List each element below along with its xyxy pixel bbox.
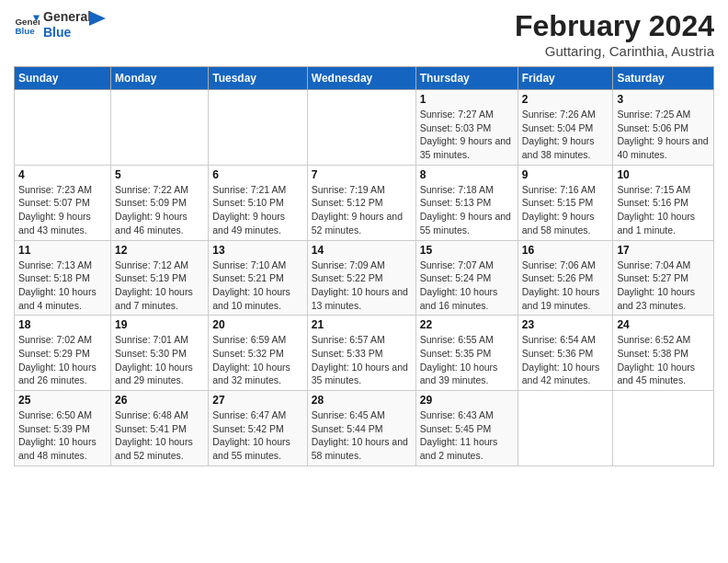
calendar-cell: 23Sunrise: 6:54 AM Sunset: 5:36 PM Dayli… <box>518 316 613 391</box>
day-detail: Sunrise: 7:26 AM Sunset: 5:04 PM Dayligh… <box>522 108 609 162</box>
page-subtitle: Guttaring, Carinthia, Austria <box>515 43 714 59</box>
day-number: 1 <box>420 93 514 106</box>
calendar-cell: 8Sunrise: 7:18 AM Sunset: 5:13 PM Daylig… <box>415 165 518 240</box>
day-detail: Sunrise: 6:45 AM Sunset: 5:44 PM Dayligh… <box>312 408 412 463</box>
calendar-header-friday: Friday <box>518 67 613 90</box>
day-number: 28 <box>312 394 412 407</box>
svg-text:Blue: Blue <box>15 26 35 36</box>
day-detail: Sunrise: 6:57 AM Sunset: 5:33 PM Dayligh… <box>312 333 412 387</box>
calendar-cell: 28Sunrise: 6:45 AM Sunset: 5:44 PM Dayli… <box>307 391 415 466</box>
day-detail: Sunrise: 6:48 AM Sunset: 5:41 PM Dayligh… <box>115 408 204 463</box>
calendar-cell: 27Sunrise: 6:47 AM Sunset: 5:42 PM Dayli… <box>209 391 308 466</box>
calendar-cell: 6Sunrise: 7:21 AM Sunset: 5:10 PM Daylig… <box>209 165 308 240</box>
day-number: 26 <box>115 394 204 407</box>
calendar-week-row: 11Sunrise: 7:13 AM Sunset: 5:18 PM Dayli… <box>15 240 714 316</box>
day-number: 3 <box>617 93 710 106</box>
day-detail: Sunrise: 7:07 AM Sunset: 5:24 PM Dayligh… <box>420 259 514 313</box>
day-number: 29 <box>420 394 514 407</box>
day-number: 23 <box>522 318 609 331</box>
logo-flag-icon <box>89 11 106 31</box>
day-detail: Sunrise: 7:25 AM Sunset: 5:06 PM Dayligh… <box>617 108 710 162</box>
day-detail: Sunrise: 6:52 AM Sunset: 5:38 PM Dayligh… <box>617 333 710 387</box>
day-number: 25 <box>18 394 107 407</box>
day-detail: Sunrise: 7:02 AM Sunset: 5:29 PM Dayligh… <box>18 333 107 387</box>
day-detail: Sunrise: 7:16 AM Sunset: 5:15 PM Dayligh… <box>522 183 609 237</box>
calendar-cell: 10Sunrise: 7:15 AM Sunset: 5:16 PM Dayli… <box>613 165 714 240</box>
calendar-header-saturday: Saturday <box>613 67 714 90</box>
calendar-cell: 12Sunrise: 7:12 AM Sunset: 5:19 PM Dayli… <box>111 240 209 316</box>
calendar-cell: 16Sunrise: 7:06 AM Sunset: 5:26 PM Dayli… <box>518 240 613 316</box>
calendar-cell: 4Sunrise: 7:23 AM Sunset: 5:07 PM Daylig… <box>15 165 111 240</box>
logo-text-blue: Blue <box>43 25 91 40</box>
day-number: 24 <box>617 318 710 331</box>
day-number: 6 <box>212 168 303 181</box>
day-detail: Sunrise: 6:54 AM Sunset: 5:36 PM Dayligh… <box>522 333 609 387</box>
calendar-header-thursday: Thursday <box>415 67 518 90</box>
header: General Blue General Blue February 2024 … <box>14 9 714 59</box>
calendar-cell <box>518 391 613 466</box>
day-number: 12 <box>115 244 204 257</box>
day-number: 27 <box>212 394 303 407</box>
day-detail: Sunrise: 6:59 AM Sunset: 5:32 PM Dayligh… <box>212 333 303 387</box>
day-number: 18 <box>18 318 107 331</box>
day-number: 17 <box>617 244 710 257</box>
svg-marker-3 <box>89 11 106 26</box>
day-detail: Sunrise: 6:43 AM Sunset: 5:45 PM Dayligh… <box>420 408 514 463</box>
day-detail: Sunrise: 7:10 AM Sunset: 5:21 PM Dayligh… <box>212 259 303 313</box>
day-detail: Sunrise: 7:01 AM Sunset: 5:30 PM Dayligh… <box>115 333 204 387</box>
day-detail: Sunrise: 7:22 AM Sunset: 5:09 PM Dayligh… <box>115 183 204 237</box>
day-detail: Sunrise: 6:50 AM Sunset: 5:39 PM Dayligh… <box>18 408 107 463</box>
calendar-cell: 2Sunrise: 7:26 AM Sunset: 5:04 PM Daylig… <box>518 90 613 166</box>
day-number: 10 <box>617 168 710 181</box>
day-detail: Sunrise: 7:27 AM Sunset: 5:03 PM Dayligh… <box>420 108 514 162</box>
day-number: 16 <box>522 244 609 257</box>
calendar-cell: 3Sunrise: 7:25 AM Sunset: 5:06 PM Daylig… <box>613 90 714 166</box>
calendar-week-row: 25Sunrise: 6:50 AM Sunset: 5:39 PM Dayli… <box>15 391 714 466</box>
day-number: 7 <box>312 168 412 181</box>
calendar-header-monday: Monday <box>111 67 209 90</box>
calendar-cell: 13Sunrise: 7:10 AM Sunset: 5:21 PM Dayli… <box>209 240 308 316</box>
calendar-cell: 20Sunrise: 6:59 AM Sunset: 5:32 PM Dayli… <box>209 316 308 391</box>
day-detail: Sunrise: 6:47 AM Sunset: 5:42 PM Dayligh… <box>212 408 303 463</box>
calendar-cell: 25Sunrise: 6:50 AM Sunset: 5:39 PM Dayli… <box>15 391 111 466</box>
calendar-header-tuesday: Tuesday <box>209 67 308 90</box>
day-detail: Sunrise: 7:23 AM Sunset: 5:07 PM Dayligh… <box>18 183 107 237</box>
day-number: 21 <box>312 318 412 331</box>
day-number: 4 <box>18 168 107 181</box>
calendar-cell: 18Sunrise: 7:02 AM Sunset: 5:29 PM Dayli… <box>15 316 111 391</box>
day-detail: Sunrise: 7:18 AM Sunset: 5:13 PM Dayligh… <box>420 183 514 237</box>
calendar-cell: 5Sunrise: 7:22 AM Sunset: 5:09 PM Daylig… <box>111 165 209 240</box>
day-number: 19 <box>115 318 204 331</box>
calendar-cell: 11Sunrise: 7:13 AM Sunset: 5:18 PM Dayli… <box>15 240 111 316</box>
calendar-cell: 19Sunrise: 7:01 AM Sunset: 5:30 PM Dayli… <box>111 316 209 391</box>
calendar-cell: 26Sunrise: 6:48 AM Sunset: 5:41 PM Dayli… <box>111 391 209 466</box>
day-number: 5 <box>115 168 204 181</box>
calendar-cell: 21Sunrise: 6:57 AM Sunset: 5:33 PM Dayli… <box>307 316 415 391</box>
calendar-week-row: 1Sunrise: 7:27 AM Sunset: 5:03 PM Daylig… <box>15 90 714 166</box>
day-detail: Sunrise: 7:04 AM Sunset: 5:27 PM Dayligh… <box>617 259 710 313</box>
day-number: 8 <box>420 168 514 181</box>
calendar-cell: 1Sunrise: 7:27 AM Sunset: 5:03 PM Daylig… <box>415 90 518 166</box>
calendar-cell <box>613 391 714 466</box>
day-detail: Sunrise: 6:55 AM Sunset: 5:35 PM Dayligh… <box>420 333 514 387</box>
day-number: 14 <box>312 244 412 257</box>
calendar-cell: 24Sunrise: 6:52 AM Sunset: 5:38 PM Dayli… <box>613 316 714 391</box>
day-number: 22 <box>420 318 514 331</box>
day-number: 2 <box>522 93 609 106</box>
day-detail: Sunrise: 7:19 AM Sunset: 5:12 PM Dayligh… <box>312 183 412 237</box>
day-detail: Sunrise: 7:06 AM Sunset: 5:26 PM Dayligh… <box>522 259 609 313</box>
calendar-header-sunday: Sunday <box>15 67 111 90</box>
calendar-cell: 17Sunrise: 7:04 AM Sunset: 5:27 PM Dayli… <box>613 240 714 316</box>
day-number: 15 <box>420 244 514 257</box>
calendar-cell: 29Sunrise: 6:43 AM Sunset: 5:45 PM Dayli… <box>415 391 518 466</box>
day-detail: Sunrise: 7:15 AM Sunset: 5:16 PM Dayligh… <box>617 183 710 237</box>
calendar-cell <box>209 90 308 166</box>
logo: General Blue General Blue <box>14 9 106 40</box>
calendar-week-row: 4Sunrise: 7:23 AM Sunset: 5:07 PM Daylig… <box>15 165 714 240</box>
day-detail: Sunrise: 7:12 AM Sunset: 5:19 PM Dayligh… <box>115 259 204 313</box>
calendar-header-row: SundayMondayTuesdayWednesdayThursdayFrid… <box>15 67 714 90</box>
day-detail: Sunrise: 7:09 AM Sunset: 5:22 PM Dayligh… <box>312 259 412 313</box>
calendar-cell: 22Sunrise: 6:55 AM Sunset: 5:35 PM Dayli… <box>415 316 518 391</box>
calendar-header-wednesday: Wednesday <box>307 67 415 90</box>
day-detail: Sunrise: 7:13 AM Sunset: 5:18 PM Dayligh… <box>18 259 107 313</box>
